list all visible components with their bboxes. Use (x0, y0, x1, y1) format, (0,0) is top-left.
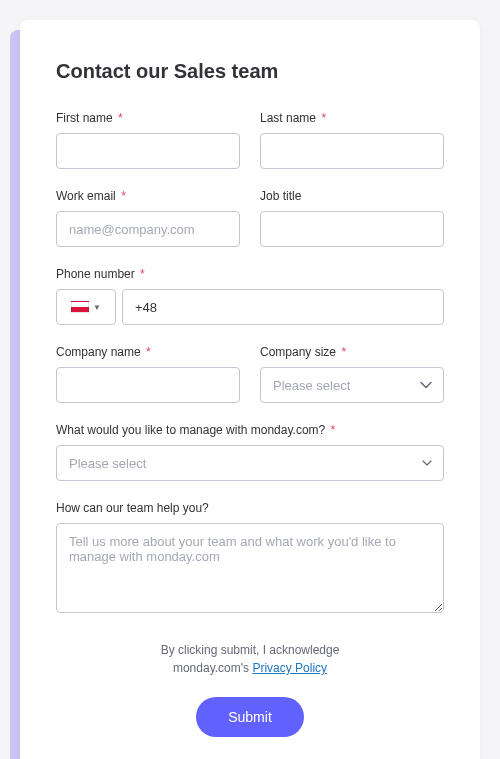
row-name: First name * Last name * (56, 111, 444, 169)
field-job-title: Job title (260, 189, 444, 247)
required-mark: * (341, 345, 346, 359)
label-text: Job title (260, 189, 301, 203)
required-mark: * (121, 189, 126, 203)
flag-icon (71, 301, 89, 313)
required-mark: * (118, 111, 123, 125)
label-text: Phone number (56, 267, 135, 281)
required-mark: * (140, 267, 145, 281)
label-first-name: First name * (56, 111, 240, 125)
job-title-input[interactable] (260, 211, 444, 247)
label-job-title: Job title (260, 189, 444, 203)
label-company-name: Company name * (56, 345, 240, 359)
required-mark: * (146, 345, 151, 359)
field-help: How can our team help you? (56, 501, 444, 613)
manage-select-wrapper: Please select (56, 445, 444, 481)
chevron-down-icon: ▼ (93, 303, 101, 312)
label-work-email: Work email * (56, 189, 240, 203)
field-phone: Phone number * ▼ (56, 267, 444, 325)
label-text: Work email (56, 189, 116, 203)
label-help: How can our team help you? (56, 501, 444, 515)
page-title: Contact our Sales team (56, 60, 444, 83)
label-text: What would you like to manage with monda… (56, 423, 325, 437)
first-name-input[interactable] (56, 133, 240, 169)
company-size-select-wrapper: Please select (260, 367, 444, 403)
required-mark: * (321, 111, 326, 125)
company-size-select[interactable]: Please select (260, 367, 444, 403)
label-text: How can our team help you? (56, 501, 209, 515)
row-email-jobtitle: Work email * Job title (56, 189, 444, 247)
field-company-size: Company size * Please select (260, 345, 444, 403)
form-card-wrapper: Contact our Sales team First name * Last… (20, 20, 480, 759)
label-last-name: Last name * (260, 111, 444, 125)
contact-form-card: Contact our Sales team First name * Last… (20, 20, 480, 759)
manage-select[interactable]: Please select (56, 445, 444, 481)
disclaimer-line1: By clicking submit, I acknowledge (161, 643, 340, 657)
field-manage: What would you like to manage with monda… (56, 423, 444, 481)
label-manage: What would you like to manage with monda… (56, 423, 444, 437)
submit-wrapper: Submit (56, 697, 444, 737)
work-email-input[interactable] (56, 211, 240, 247)
phone-input[interactable] (122, 289, 444, 325)
phone-input-wrapper: ▼ (56, 289, 444, 325)
last-name-input[interactable] (260, 133, 444, 169)
label-text: Last name (260, 111, 316, 125)
row-company: Company name * Company size * Please sel… (56, 345, 444, 403)
country-code-select[interactable]: ▼ (56, 289, 116, 325)
label-text: Company size (260, 345, 336, 359)
field-first-name: First name * (56, 111, 240, 169)
required-mark: * (331, 423, 336, 437)
privacy-policy-link[interactable]: Privacy Policy (252, 661, 327, 675)
submit-button[interactable]: Submit (196, 697, 304, 737)
label-text: Company name (56, 345, 141, 359)
label-text: First name (56, 111, 113, 125)
field-last-name: Last name * (260, 111, 444, 169)
label-phone: Phone number * (56, 267, 444, 281)
field-work-email: Work email * (56, 189, 240, 247)
label-company-size: Company size * (260, 345, 444, 359)
disclaimer-text: By clicking submit, I acknowledge monday… (56, 641, 444, 677)
field-company-name: Company name * (56, 345, 240, 403)
disclaimer-line2-prefix: monday.com's (173, 661, 252, 675)
company-name-input[interactable] (56, 367, 240, 403)
help-textarea[interactable] (56, 523, 444, 613)
